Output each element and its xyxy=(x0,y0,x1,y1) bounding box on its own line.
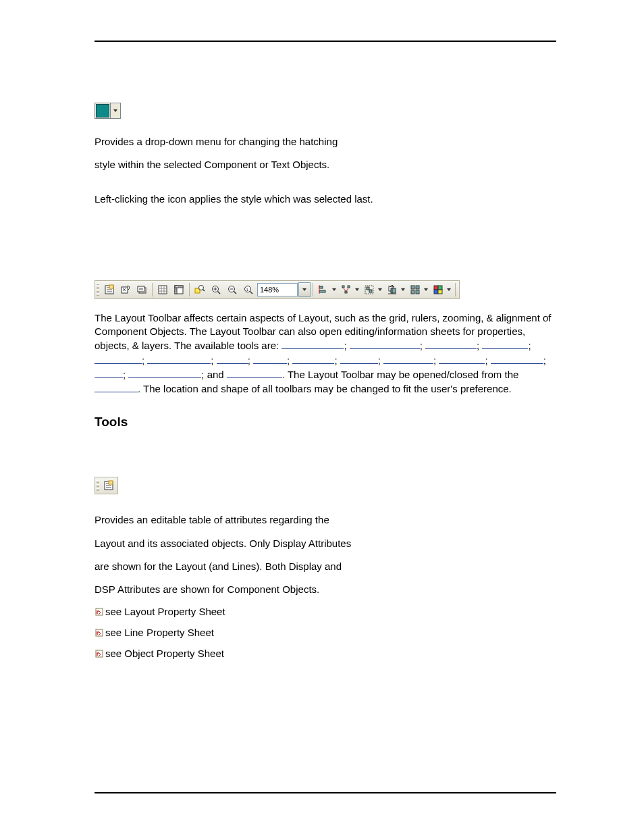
svg-rect-10 xyxy=(159,286,167,294)
layer-sheet-button[interactable] xyxy=(134,282,149,297)
see-link-icon[interactable] xyxy=(95,607,104,617)
svg-rect-35 xyxy=(319,286,323,288)
svg-rect-53 xyxy=(438,290,442,294)
layer-sheet-icon xyxy=(136,284,147,295)
tools-heading: Tools xyxy=(95,415,556,429)
chevron-down-icon xyxy=(113,109,117,112)
blank-hyperlink[interactable] xyxy=(340,353,378,364)
grid-button[interactable] xyxy=(155,282,170,297)
see-link-text[interactable]: see Layout Property Sheet xyxy=(105,606,225,617)
svg-line-24 xyxy=(203,289,205,291)
blank-hyperlink[interactable] xyxy=(253,353,287,364)
blank-hyperlink[interactable] xyxy=(128,367,201,378)
property-sheet-icon xyxy=(103,480,114,491)
distribute-split-button[interactable] xyxy=(339,282,360,297)
blank-hyperlink[interactable] xyxy=(227,367,282,378)
color-split-button[interactable] xyxy=(431,282,452,297)
object-inspector-icon xyxy=(120,284,131,295)
document-page: Provides a drop-down menu for changing t… xyxy=(0,0,644,834)
svg-rect-51 xyxy=(438,286,442,290)
align-edges-split-button[interactable] xyxy=(316,282,338,297)
blank-hyperlink[interactable] xyxy=(350,338,420,349)
blank-hyperlink[interactable] xyxy=(281,338,344,349)
see-link-line: see Layout Property Sheet xyxy=(95,606,556,617)
chevron-down-icon xyxy=(424,288,428,291)
svg-rect-52 xyxy=(434,290,438,294)
svg-rect-49 xyxy=(416,290,419,294)
svg-rect-43 xyxy=(369,290,372,292)
toolbar-grip-icon[interactable] xyxy=(97,284,99,296)
blank-hyperlink[interactable] xyxy=(482,338,528,349)
blank-hyperlink[interactable] xyxy=(95,353,142,364)
order-icon xyxy=(387,284,398,295)
hatch-desc-2: style within the selected Component or T… xyxy=(95,158,556,172)
hatch-swatch-icon xyxy=(96,104,109,118)
blank-hyperlink[interactable] xyxy=(95,382,138,392)
hatch-desc-1: Provides a drop-down menu for changing t… xyxy=(95,135,556,149)
see-link-text[interactable]: see Line Property Sheet xyxy=(105,627,214,638)
blank-hyperlink[interactable] xyxy=(491,353,543,364)
chevron-down-icon xyxy=(447,288,451,291)
property-sheet-button[interactable] xyxy=(101,479,116,492)
svg-rect-58 xyxy=(109,481,113,484)
layout-toolbar-description: The Layout Toolbar affects certain aspec… xyxy=(95,311,556,396)
property-sheet-button[interactable] xyxy=(102,282,117,297)
toolbar-separator xyxy=(313,283,313,296)
group-split-button[interactable] xyxy=(362,282,383,297)
see-link-icon[interactable] xyxy=(95,649,104,658)
see-link-text[interactable]: see Object Property Sheet xyxy=(105,648,224,659)
svg-rect-47 xyxy=(416,286,419,289)
zoom-area-button[interactable] xyxy=(192,282,207,297)
svg-rect-46 xyxy=(411,286,414,289)
blank-hyperlink[interactable] xyxy=(425,338,477,349)
zoom-out-icon xyxy=(227,284,238,295)
zoom-out-button[interactable] xyxy=(225,282,240,297)
svg-line-28 xyxy=(218,291,221,294)
toolbar-separator xyxy=(189,283,190,296)
blank-hyperlink[interactable] xyxy=(292,353,334,364)
blank-hyperlink[interactable] xyxy=(383,353,433,364)
group-icon xyxy=(364,284,375,295)
ruler-icon xyxy=(173,284,184,295)
property-sheet-toolbar xyxy=(95,477,118,494)
property-sheet-icon xyxy=(104,284,115,295)
svg-point-23 xyxy=(199,285,204,290)
blank-hyperlink[interactable] xyxy=(95,367,123,378)
see-link-line: see Object Property Sheet xyxy=(95,648,556,659)
align-edges-icon xyxy=(318,284,329,295)
distribute-icon xyxy=(341,284,352,295)
grid-icon xyxy=(157,284,168,295)
svg-rect-50 xyxy=(434,286,438,290)
zoom-in-button[interactable] xyxy=(209,282,223,297)
blank-hyperlink[interactable] xyxy=(147,353,211,364)
svg-rect-48 xyxy=(411,290,414,294)
zoom-value-field[interactable]: 148% xyxy=(257,283,298,296)
order-split-button[interactable] xyxy=(385,282,406,297)
blank-hyperlink[interactable] xyxy=(439,353,485,364)
ruler-button[interactable] xyxy=(171,282,186,297)
blank-hyperlink[interactable] xyxy=(217,353,248,364)
chevron-down-icon xyxy=(332,288,336,291)
bottom-rule xyxy=(95,792,556,793)
see-link-icon[interactable] xyxy=(95,628,104,637)
svg-rect-40 xyxy=(345,291,347,293)
chevron-down-icon xyxy=(401,288,405,291)
object-inspector-button[interactable] xyxy=(118,282,133,297)
zoom-11-icon: 1 xyxy=(243,284,254,295)
svg-rect-38 xyxy=(342,286,344,288)
toolbar-separator xyxy=(152,283,153,296)
svg-rect-7 xyxy=(138,286,144,292)
svg-rect-36 xyxy=(319,290,325,292)
layout-toolbar: 1 148% xyxy=(95,280,460,299)
svg-rect-39 xyxy=(348,286,350,288)
ps-desc-4: DSP Attributes are shown for Component O… xyxy=(95,583,556,596)
zoom-11-button[interactable]: 1 xyxy=(241,282,256,297)
hatch-style-dropdown[interactable] xyxy=(95,103,121,119)
zoom-dropdown[interactable] xyxy=(298,282,311,297)
pack-split-button[interactable] xyxy=(408,282,429,297)
ps-desc-2: Layout and its associated objects. Only … xyxy=(95,537,556,550)
toolbar-grip-icon[interactable] xyxy=(97,480,99,491)
hatch-dropdown-arrow[interactable] xyxy=(110,103,120,118)
svg-rect-45 xyxy=(391,288,396,293)
svg-rect-42 xyxy=(367,287,369,290)
